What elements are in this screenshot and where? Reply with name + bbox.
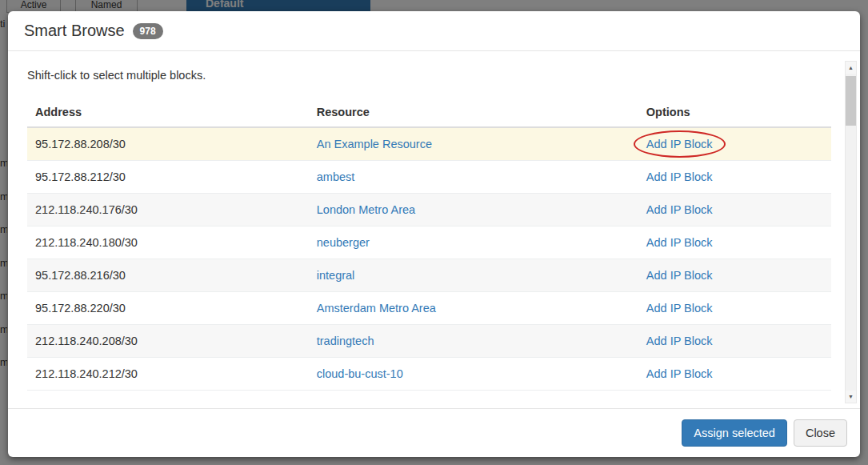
add-ip-block-link[interactable]: Add IP Block xyxy=(646,138,713,150)
table-row[interactable]: 212.118.240.212/30cloud-bu-cust-10Add IP… xyxy=(27,358,831,391)
scroll-up-icon[interactable]: ▲ xyxy=(846,62,856,74)
assign-selected-button[interactable]: Assign selected xyxy=(682,419,787,447)
scrollbar-track[interactable] xyxy=(846,74,856,391)
column-header-resource: Resource xyxy=(309,98,638,127)
modal-footer: Assign selected Close xyxy=(8,408,860,457)
resource-cell: cloud-bu-cust-10 xyxy=(309,358,638,391)
address-cell: 212.118.240.208/30 xyxy=(27,325,309,358)
resource-cell: ambest xyxy=(309,161,638,194)
resource-link[interactable]: London Metro Area xyxy=(317,203,415,216)
table-row[interactable]: 95.172.88.216/30integralAdd IP Block xyxy=(27,259,831,292)
options-cell: Add IP Block xyxy=(638,325,831,358)
resource-cell: tradingtech xyxy=(309,325,638,358)
add-ip-block-link[interactable]: Add IP Block xyxy=(646,236,713,249)
add-ip-block-link[interactable]: Add IP Block xyxy=(646,170,713,183)
column-header-options: Options xyxy=(638,98,831,127)
table-body: 95.172.88.208/30An Example ResourceAdd I… xyxy=(27,127,831,391)
modal-body: Shift-click to select multiple blocks. A… xyxy=(8,51,860,408)
options-cell: Add IP Block xyxy=(638,127,831,161)
resource-link[interactable]: cloud-bu-cust-10 xyxy=(317,367,403,380)
options-cell: Add IP Block xyxy=(638,161,831,194)
options-cell: Add IP Block xyxy=(638,259,831,292)
circled-link-wrapper: Add IP Block xyxy=(646,138,713,150)
add-ip-block-link[interactable]: Add IP Block xyxy=(646,335,713,347)
smart-browse-modal: Smart Browse 978 Shift-click to select m… xyxy=(8,11,860,457)
options-cell: Add IP Block xyxy=(638,194,831,226)
address-cell: 95.172.88.208/30 xyxy=(27,127,309,161)
modal-title: Smart Browse xyxy=(24,22,125,40)
ip-block-table: Address Resource Options 95.172.88.208/3… xyxy=(27,98,831,391)
add-ip-block-link[interactable]: Add IP Block xyxy=(646,302,713,315)
modal-header: Smart Browse 978 xyxy=(8,11,860,51)
resource-cell: London Metro Area xyxy=(309,194,638,226)
address-cell: 95.172.88.212/30 xyxy=(27,161,309,194)
table-row[interactable]: 95.172.88.212/30ambestAdd IP Block xyxy=(27,161,831,194)
resource-link[interactable]: An Example Resource xyxy=(317,138,432,150)
table-row[interactable]: 95.172.88.208/30An Example ResourceAdd I… xyxy=(27,127,831,161)
close-button[interactable]: Close xyxy=(794,419,847,447)
resource-link[interactable]: tradingtech xyxy=(317,335,374,347)
resource-link[interactable]: Amsterdam Metro Area xyxy=(317,302,436,315)
table-row[interactable]: 95.172.88.220/30Amsterdam Metro AreaAdd … xyxy=(27,292,831,325)
address-cell: 95.172.88.216/30 xyxy=(27,259,309,292)
table-row[interactable]: 212.118.240.176/30London Metro AreaAdd I… xyxy=(27,194,831,226)
table-header: Address Resource Options xyxy=(27,98,831,127)
address-cell: 212.118.240.180/30 xyxy=(27,226,309,259)
instruction-text: Shift-click to select multiple blocks. xyxy=(27,69,842,82)
resource-link[interactable]: ambest xyxy=(317,170,355,183)
add-ip-block-link[interactable]: Add IP Block xyxy=(646,367,713,380)
scroll-down-icon[interactable]: ▼ xyxy=(846,391,856,403)
options-cell: Add IP Block xyxy=(638,292,831,325)
add-ip-block-link[interactable]: Add IP Block xyxy=(646,203,713,216)
resource-cell: Amsterdam Metro Area xyxy=(309,292,638,325)
add-ip-block-link[interactable]: Add IP Block xyxy=(646,269,713,282)
table-row[interactable]: 212.118.240.208/30tradingtechAdd IP Bloc… xyxy=(27,325,831,358)
scrollbar[interactable]: ▲ ▼ xyxy=(845,61,857,403)
address-cell: 212.118.240.176/30 xyxy=(27,194,309,226)
column-header-address: Address xyxy=(27,98,309,127)
resource-link[interactable]: neuberger xyxy=(317,236,370,249)
resource-cell: An Example Resource xyxy=(309,127,638,161)
scrollbar-thumb[interactable] xyxy=(846,76,856,126)
options-cell: Add IP Block xyxy=(638,358,831,391)
address-cell: 212.118.240.212/30 xyxy=(27,358,309,391)
resource-cell: neuberger xyxy=(309,226,638,259)
count-badge: 978 xyxy=(133,23,163,39)
table-row[interactable]: 212.118.240.180/30neubergerAdd IP Block xyxy=(27,226,831,259)
address-cell: 95.172.88.220/30 xyxy=(27,292,309,325)
resource-cell: integral xyxy=(309,259,638,292)
resource-link[interactable]: integral xyxy=(317,269,355,282)
options-cell: Add IP Block xyxy=(638,226,831,259)
